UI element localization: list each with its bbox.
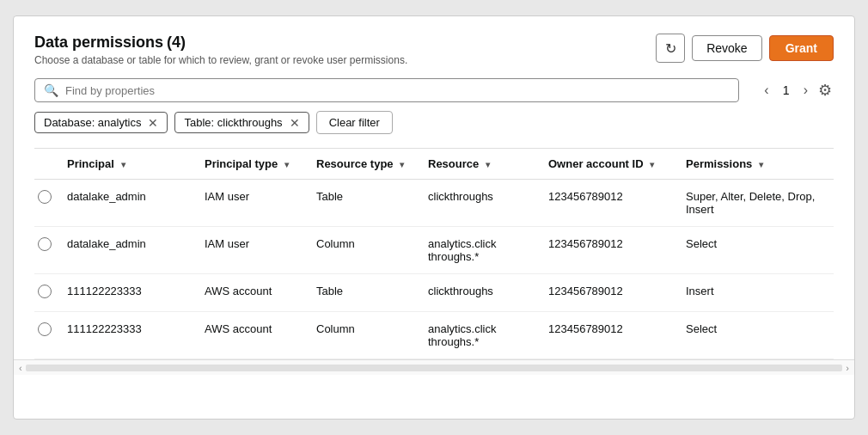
sort-resource-type-icon: ▾ — [400, 160, 404, 169]
clear-filter-button[interactable]: Clear filter — [316, 111, 393, 134]
cell-permissions: Select — [679, 312, 834, 359]
table-row: datalake_adminIAM userColumnanalytics.cl… — [34, 227, 834, 274]
table-row: 111122223333AWS accountColumnanalytics.c… — [34, 312, 834, 359]
cell-permissions: Select — [679, 227, 834, 274]
prev-page-button[interactable]: ‹ — [761, 81, 772, 100]
table-row: 111122223333AWS accountTableclickthrough… — [34, 274, 834, 312]
cell-owner-account-id: 123456789012 — [541, 312, 679, 359]
th-principal[interactable]: Principal ▾ — [60, 149, 198, 180]
pagination: ‹ 1 › ⚙ — [761, 79, 834, 101]
filter-database-label: Database: analytics — [44, 116, 141, 129]
cell-principal: datalake_admin — [60, 227, 198, 274]
settings-button[interactable]: ⚙ — [816, 79, 834, 101]
next-page-button[interactable]: › — [800, 81, 811, 100]
cell-principal: datalake_admin — [60, 180, 198, 227]
scrollbar-track — [26, 365, 843, 371]
sort-permissions-icon: ▾ — [759, 160, 763, 169]
cell-owner-account-id: 123456789012 — [541, 227, 679, 274]
search-icon: 🔍 — [44, 83, 58, 97]
page-number: 1 — [778, 83, 795, 97]
cell-resource: analytics.click throughs.* — [421, 312, 541, 359]
cell-owner-account-id: 123456789012 — [541, 274, 679, 312]
header-row: Data permissions (4) Choose a database o… — [34, 34, 834, 66]
th-principal-type[interactable]: Principal type ▾ — [198, 149, 309, 180]
filter-tag-table: Table: clickthroughs ✕ — [174, 112, 309, 133]
refresh-icon: ↻ — [665, 40, 676, 57]
search-box: 🔍 — [34, 78, 739, 102]
scroll-right-arrow[interactable]: › — [846, 363, 849, 373]
th-resource-type[interactable]: Resource type ▾ — [309, 149, 421, 180]
th-select — [34, 149, 60, 180]
cell-principal: 111122223333 — [60, 274, 198, 312]
row-select-radio[interactable] — [38, 237, 52, 251]
sort-owner-icon: ▾ — [650, 160, 654, 169]
sort-principal-type-icon: ▾ — [284, 160, 289, 169]
grant-button[interactable]: Grant — [769, 35, 834, 61]
cell-owner-account-id: 123456789012 — [541, 180, 679, 227]
row-select-radio[interactable] — [38, 285, 52, 298]
revoke-button[interactable]: Revoke — [692, 35, 761, 61]
cell-resource: analytics.click throughs.* — [421, 227, 541, 274]
title-area: Data permissions (4) Choose a database o… — [34, 34, 407, 66]
search-row: 🔍 ‹ 1 › ⚙ — [34, 78, 834, 102]
cell-resource: clickthroughs — [421, 274, 541, 312]
cell-principal-type: IAM user — [198, 227, 309, 274]
filter-table-label: Table: clickthroughs — [184, 116, 282, 129]
sort-resource-icon: ▾ — [486, 160, 490, 169]
filter-database-close[interactable]: ✕ — [148, 117, 158, 129]
cell-principal-type: AWS account — [198, 312, 309, 359]
cell-resource: clickthroughs — [421, 180, 541, 227]
cell-resource-type: Table — [309, 274, 421, 312]
cell-principal-type: AWS account — [198, 274, 309, 312]
cell-principal: 111122223333 — [60, 312, 198, 359]
table-header-row: Principal ▾ Principal type ▾ Resource ty… — [34, 149, 834, 180]
filter-row: Database: analytics ✕ Table: clickthroug… — [34, 111, 834, 134]
row-select-radio[interactable] — [38, 190, 52, 204]
row-select-radio[interactable] — [38, 322, 52, 336]
sort-principal-icon: ▾ — [121, 160, 125, 169]
cell-resource-type: Table — [309, 180, 421, 227]
th-resource[interactable]: Resource ▾ — [421, 149, 541, 180]
data-permissions-panel: Data permissions (4) Choose a database o… — [13, 15, 855, 420]
permissions-table: Principal ▾ Principal type ▾ Resource ty… — [34, 148, 834, 359]
horizontal-scrollbar[interactable]: ‹ › — [14, 359, 854, 375]
th-permissions[interactable]: Permissions ▾ — [679, 149, 834, 180]
filter-table-close[interactable]: ✕ — [290, 117, 300, 129]
cell-permissions: Insert — [679, 274, 834, 312]
page-title: Data permissions (4) — [34, 34, 407, 52]
cell-principal-type: IAM user — [198, 180, 309, 227]
subtitle: Choose a database or table for which to … — [34, 54, 407, 66]
cell-resource-type: Column — [309, 227, 421, 274]
th-owner-account-id[interactable]: Owner account ID ▾ — [541, 149, 679, 180]
scroll-left-arrow[interactable]: ‹ — [19, 363, 22, 373]
table-row: datalake_adminIAM userTableclickthroughs… — [34, 180, 834, 227]
search-input[interactable] — [65, 84, 730, 97]
cell-permissions: Super, Alter, Delete, Drop, Insert — [679, 180, 834, 227]
action-buttons: ↻ Revoke Grant — [656, 34, 834, 63]
filter-tag-database: Database: analytics ✕ — [34, 112, 168, 133]
table-body: datalake_adminIAM userTableclickthroughs… — [34, 180, 834, 359]
refresh-button[interactable]: ↻ — [656, 34, 685, 63]
cell-resource-type: Column — [309, 312, 421, 359]
